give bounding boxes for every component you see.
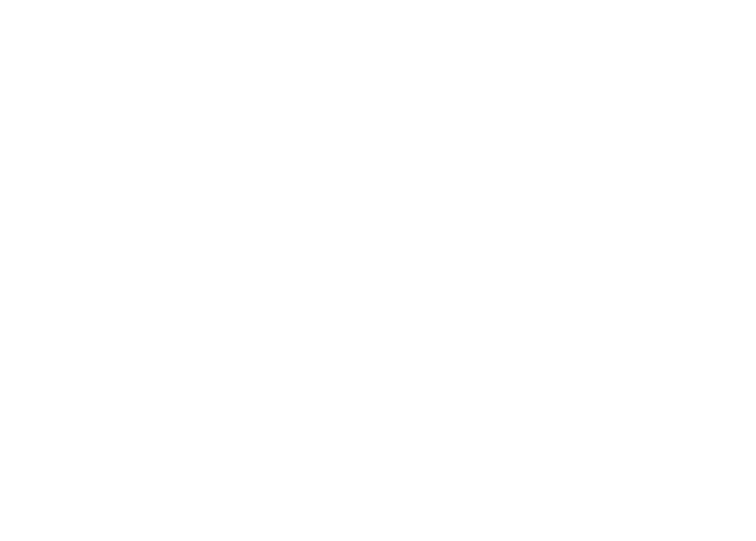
schematic-canvas — [0, 0, 756, 541]
schematic-drawing — [0, 0, 756, 541]
